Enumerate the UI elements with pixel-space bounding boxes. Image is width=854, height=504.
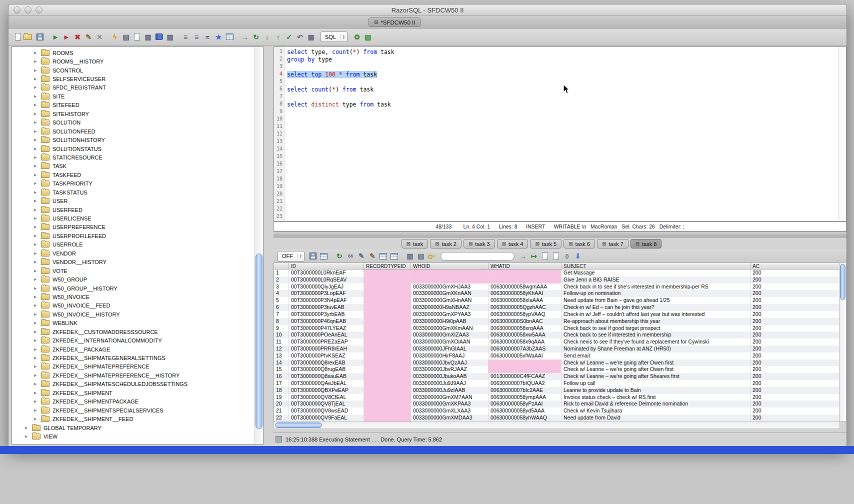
tree-item-user[interactable]: ▶USER — [12, 196, 255, 205]
grid-vscrollbar-thumb[interactable] — [840, 264, 846, 300]
disclosure-triangle-icon[interactable]: ▶ — [34, 321, 41, 325]
close-tab-icon[interactable]: ⊠ — [406, 242, 410, 246]
table-row-14[interactable]: 1400T3000000Q8rexEAB0033000000JbvQzAAJCh… — [274, 360, 840, 366]
close-tab-icon[interactable]: ⊠ — [568, 242, 572, 246]
table-row-19[interactable]: 1900T3000000QV8CfEAL0033000000GmXM7AAN00… — [274, 394, 840, 401]
tree-item-w50-invoice-feed[interactable]: ▶W50_INVOICE__FEED — [12, 302, 255, 310]
results-tab-task[interactable]: ⊠task — [402, 239, 428, 248]
history-icon[interactable]: ▥ — [164, 32, 176, 42]
disclosure-triangle-icon[interactable]: ▶ — [34, 364, 41, 368]
table-row-4[interactable]: 400T3000000P3LopEAF0033000000GmXKnAAN006… — [274, 290, 840, 297]
copy-cell-icon[interactable]: ▥ — [404, 250, 416, 262]
disclosure-triangle-icon[interactable]: ▶ — [34, 51, 41, 55]
disclosure-triangle-icon[interactable]: ▶ — [34, 120, 41, 124]
script-braces-icon[interactable]: {} — [562, 250, 572, 262]
row-number-header[interactable] — [274, 263, 289, 269]
tree-item-sitefeed[interactable]: ▶SITEFEED — [12, 101, 255, 110]
table-row-8[interactable]: 800T3000000P46qnEAB0033000000H9i0pAAB006… — [274, 318, 840, 325]
primary-key-icon[interactable] — [426, 250, 438, 262]
results-tab-task-8[interactable]: ⊠task 8 — [630, 239, 662, 248]
disclosure-triangle-icon[interactable]: ▶ — [34, 164, 41, 168]
tree-item-userprofilefeed[interactable]: ▶USERPROFILEFEED — [12, 232, 255, 240]
tree-item-userpreference[interactable]: ▶USERPREFERENCE — [12, 223, 255, 232]
tree-item-site[interactable]: ▶SITE — [12, 92, 255, 100]
tree-item-zkfedex-customaddresssource[interactable]: ▶ZKFEDEX__CUSTOMADDRESSSOURCE — [12, 328, 255, 336]
max-rows-select[interactable]: OFF ▲ ▼ — [278, 251, 304, 262]
tree-item-weblink[interactable]: ▶WEBLINK — [12, 319, 255, 328]
tree-item-solutionfeed[interactable]: ▶SOLUTIONFEED — [12, 127, 255, 136]
copy-icon[interactable]: ▥ — [142, 32, 154, 42]
quote-generator-icon[interactable]: 66 — [345, 250, 356, 262]
disclosure-triangle-icon[interactable]: ▶ — [34, 295, 41, 299]
table-row-2[interactable]: 200T3000000L0RqSEAVGive Jenn a BIG RAISE… — [274, 276, 840, 284]
disclosure-triangle-icon[interactable]: ▶ — [34, 190, 41, 194]
disclosure-triangle-icon[interactable]: ▶ — [34, 374, 41, 378]
disclosure-triangle-icon[interactable]: ▶ — [34, 382, 41, 386]
search-all-icon[interactable]: ↦ — [528, 250, 540, 262]
fetch-down-icon[interactable]: ↓ — [262, 32, 272, 42]
tree-item-zkfedex-shipment-feed[interactable]: ▶ZKFEDEX__SHIPMENT__FEED — [12, 414, 255, 423]
fetch-more-icon[interactable]: ⇓ — [572, 250, 584, 262]
results-search-input[interactable] — [440, 252, 514, 260]
table-row-10[interactable]: 1000T3000000POeAnEAL0033000000GmXIZAA300… — [274, 332, 840, 338]
tree-item-global-temporary[interactable]: ▶GLOBAL TEMPORARY — [12, 424, 255, 432]
log-icon[interactable]: ▤ — [362, 32, 374, 42]
disclosure-triangle-icon[interactable]: ▶ — [34, 304, 41, 308]
table-row-21[interactable]: 2100T3000000QV8wsEAD0033000000GmXLXAA300… — [274, 408, 840, 414]
disclosure-triangle-icon[interactable]: ▶ — [34, 182, 41, 186]
close-document-icon[interactable]: ⊠ — [374, 20, 378, 25]
schema-tree-panel[interactable]: ▶ROOMS▶ROOMS__HISTORY▶SCONTROL▶SELFSERVI… — [12, 46, 264, 444]
tree-item-solutionstatus[interactable]: ▶SOLUTIONSTATUS — [12, 144, 255, 153]
zoom-window-button[interactable] — [36, 6, 42, 14]
disclosure-triangle-icon[interactable]: ▶ — [34, 286, 41, 290]
report-icon[interactable] — [540, 250, 550, 262]
disclosure-triangle-icon[interactable]: ▶ — [34, 173, 41, 177]
table-row-9[interactable]: 900T3000000P47LYEAZ0033000000GmXKmAAN006… — [274, 325, 840, 332]
disclosure-triangle-icon[interactable]: ▶ — [34, 330, 41, 334]
tree-item-sitehistory[interactable]: ▶SITEHISTORY — [12, 110, 255, 118]
disclosure-triangle-icon[interactable]: ▶ — [34, 147, 41, 151]
disclosure-triangle-icon[interactable]: ▶ — [34, 130, 41, 134]
column-header-id[interactable]: ID — [289, 263, 364, 269]
tree-item-w50-group[interactable]: ▶W50_GROUP — [12, 275, 255, 284]
disclosure-triangle-icon[interactable]: ▶ — [34, 252, 41, 256]
table-edit-icon[interactable] — [378, 250, 389, 262]
tree-item-rooms[interactable]: ▶ROOMS — [12, 48, 255, 57]
table-row-18[interactable]: 1800T3000000QBXPeEAP0033000000Ju9zIAAB00… — [274, 387, 840, 394]
tree-item-task[interactable]: ▶TASK — [12, 162, 255, 170]
disclosure-triangle-icon[interactable]: ▶ — [34, 391, 41, 395]
settings-icon[interactable]: ⚙ — [352, 32, 362, 42]
open-file-icon[interactable] — [24, 32, 34, 42]
horizontal-splitter[interactable] — [274, 232, 846, 238]
new-file-icon[interactable] — [12, 32, 24, 42]
disconnect-icon[interactable]: ► — [61, 32, 72, 42]
disclosure-triangle-icon[interactable]: ▶ — [34, 278, 41, 282]
schedule-icon[interactable]: ▦ — [306, 32, 316, 42]
tree-item-userlicense[interactable]: ▶USERLICENSE — [12, 214, 255, 222]
disclosure-triangle-icon[interactable]: ▶ — [34, 216, 41, 220]
table-row-17[interactable]: 1700T3000000QAeJbEAL0033000000Ju9J9AAJ00… — [274, 380, 840, 387]
tree-item-zkfedex-internationalcommodity[interactable]: ▶ZKFEDEX__INTERNATIONALCOMMODITY — [12, 336, 255, 344]
tree-item-zkfedex-shipmatescheduledjobssettings[interactable]: ▶ZKFEDEX__SHIPMATESCHEDULEDJOBSSETTINGS — [12, 380, 255, 388]
tree-item-taskfeed[interactable]: ▶TASKFEED — [12, 170, 255, 179]
tree-item-vendor-history[interactable]: ▶VENDOR__HISTORY — [12, 258, 255, 266]
disclosure-triangle-icon[interactable]: ▶ — [34, 269, 41, 273]
results-tab-task-2[interactable]: ⊠task 2 — [430, 239, 462, 248]
table-row-11[interactable]: 1100T3000000PREZaEAP0033000000GmXOiAAN00… — [274, 338, 840, 346]
column-header-ac[interactable]: AC — [750, 263, 840, 269]
editor-scrollbar[interactable] — [838, 47, 846, 221]
favorites-icon[interactable]: ★ — [213, 32, 224, 42]
table-row-5[interactable]: 500T3000000P3N4pEAF0033000000GmXHnAAN006… — [274, 297, 840, 304]
disclosure-triangle-icon[interactable]: ▶ — [34, 356, 41, 360]
disclosure-triangle-icon[interactable]: ▶ — [34, 225, 41, 229]
tree-item-zkfedex-shipmentpackage[interactable]: ▶ZKFEDEX__SHIPMENTPACKAGE — [12, 398, 255, 406]
save-icon[interactable] — [34, 32, 46, 42]
delete-icon[interactable]: ✖ — [72, 32, 83, 42]
tree-item-zkfedex-shipmategeneralsettings[interactable]: ▶ZKFEDEX__SHIPMATEGENERALSETTINGS — [12, 354, 255, 362]
tree-item-vendor[interactable]: ▶VENDOR — [12, 249, 255, 258]
disclosure-triangle-icon[interactable]: ▶ — [34, 417, 41, 421]
table-row-3[interactable]: 300T3000000QiyJgEAJ0033000000GmXHJAA3006… — [274, 284, 840, 290]
format-sql-icon[interactable]: ≈ — [202, 32, 213, 42]
close-tab-icon[interactable]: ⊠ — [502, 242, 506, 246]
tree-item-taskstatus[interactable]: ▶TASKSTATUS — [12, 188, 255, 196]
